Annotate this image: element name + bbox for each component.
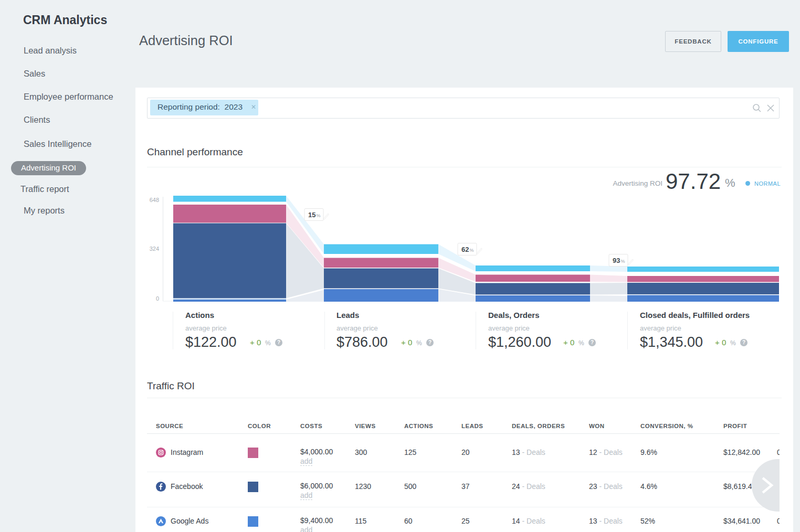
svg-text:648: 648 <box>150 197 159 203</box>
svg-text:%: % <box>470 248 474 253</box>
svg-text:%: % <box>621 259 625 264</box>
svg-text:15: 15 <box>308 211 315 219</box>
svg-text:93: 93 <box>613 257 620 264</box>
svg-text:%: % <box>317 213 321 218</box>
svg-text:62: 62 <box>461 246 469 253</box>
svg-text:324: 324 <box>150 246 159 252</box>
svg-text:0: 0 <box>156 295 159 302</box>
